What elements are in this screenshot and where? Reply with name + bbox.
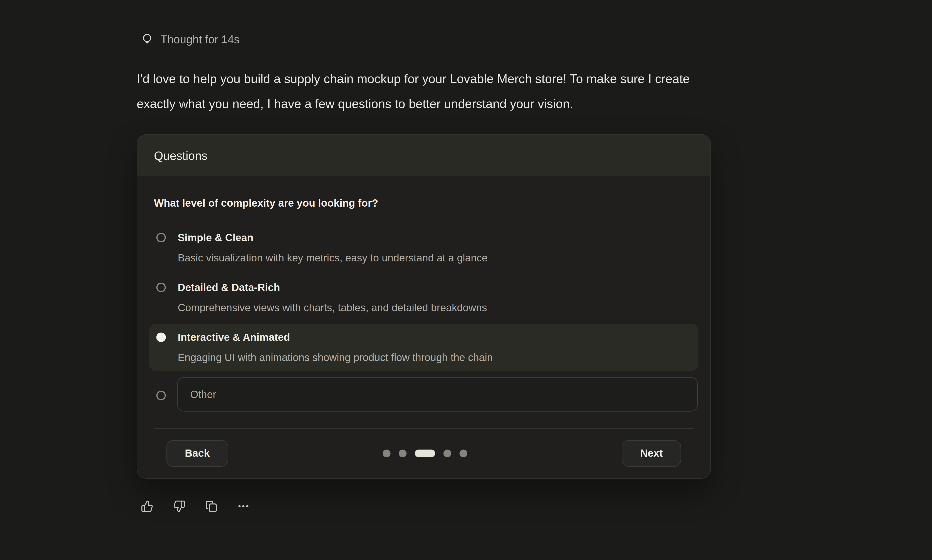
more-icon[interactable] [237,500,250,512]
message-actions [141,500,250,512]
option-other[interactable] [156,377,698,411]
radio-unselected-icon[interactable] [156,390,166,400]
radio-unselected-icon[interactable] [156,283,166,292]
copy-icon[interactable] [205,500,217,512]
questions-card-header: Questions [137,135,710,176]
option-texts: Detailed & Data-Rich Comprehensive views… [178,281,487,314]
card-title: Questions [154,149,207,163]
questions-card-body: What level of complexity are you looking… [137,176,710,478]
thumbs-up-icon[interactable] [141,500,153,512]
other-option-input[interactable] [177,377,698,411]
questions-card: Questions What level of complexity are y… [137,134,711,478]
pagination-dot [399,449,407,457]
chat-message-view: Thought for 14s I'd love to help you bui… [0,0,932,560]
message-line: exactly what you need, I have a few ques… [137,92,850,117]
option-simple-clean[interactable]: Simple & Clean Basic visualization with … [149,224,698,271]
option-description: Comprehensive views with charts, tables,… [178,301,487,314]
radio-selected-icon[interactable] [156,332,166,342]
option-texts: Simple & Clean Basic visualization with … [178,231,488,264]
option-detailed-data-rich[interactable]: Detailed & Data-Rich Comprehensive views… [149,274,698,321]
back-button[interactable]: Back [166,440,228,467]
pagination-dot [444,449,451,457]
pagination-dot [459,449,467,457]
option-label: Simple & Clean [178,231,488,244]
pagination-dot [383,449,391,457]
option-interactive-animated[interactable]: Interactive & Animated Engaging UI with … [149,324,698,371]
question-text: What level of complexity are you looking… [154,197,693,210]
option-description: Basic visualization with key metrics, ea… [178,251,488,264]
option-texts: Interactive & Animated Engaging UI with … [178,331,493,364]
assistant-message: I'd love to help you build a supply chai… [137,66,850,116]
option-label: Detailed & Data-Rich [178,281,487,294]
pagination-dots [383,449,467,457]
next-button[interactable]: Next [622,440,681,467]
thumbs-down-icon[interactable] [173,500,185,512]
pagination-active-pill [415,449,435,457]
thinking-summary[interactable]: Thought for 14s [140,32,240,46]
option-description: Engaging UI with animations showing prod… [178,351,493,364]
questions-card-footer: Back Next [154,428,693,478]
radio-unselected-icon[interactable] [156,233,166,242]
thinking-duration-label: Thought for 14s [160,33,240,46]
lightbulb-icon [140,32,154,46]
message-line: I'd love to help you build a supply chai… [137,66,850,92]
option-label: Interactive & Animated [178,331,493,344]
